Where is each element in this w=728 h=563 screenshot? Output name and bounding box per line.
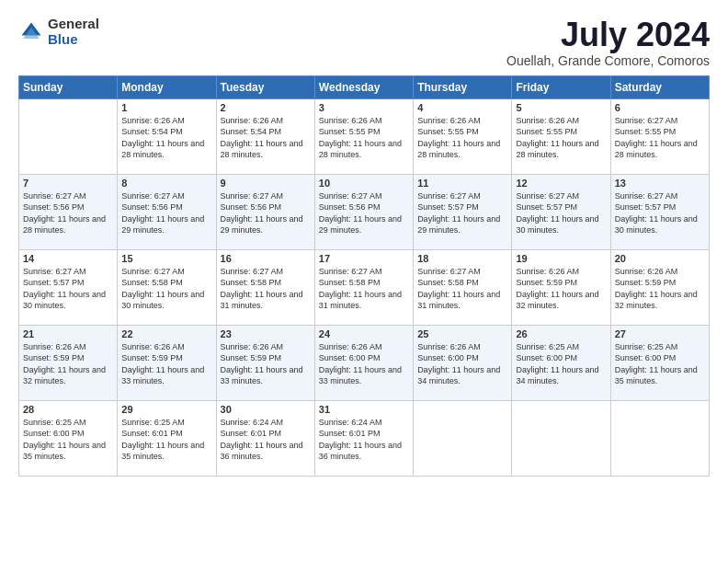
day-cell: 16Sunrise: 6:27 AMSunset: 5:58 PMDayligh… bbox=[216, 249, 314, 325]
day-info: Sunrise: 6:27 AMSunset: 5:56 PMDaylight:… bbox=[319, 190, 409, 236]
header-sunday: Sunday bbox=[19, 75, 118, 98]
day-cell: 7Sunrise: 6:27 AMSunset: 5:56 PMDaylight… bbox=[19, 174, 118, 249]
header-monday: Monday bbox=[118, 75, 216, 98]
day-info: Sunrise: 6:27 AMSunset: 5:56 PMDaylight:… bbox=[23, 190, 113, 236]
day-cell: 31Sunrise: 6:24 AMSunset: 6:01 PMDayligh… bbox=[314, 400, 413, 476]
day-cell: 14Sunrise: 6:27 AMSunset: 5:57 PMDayligh… bbox=[19, 249, 118, 325]
week-row-2: 7Sunrise: 6:27 AMSunset: 5:56 PMDaylight… bbox=[19, 174, 710, 249]
day-cell: 5Sunrise: 6:26 AMSunset: 5:55 PMDaylight… bbox=[512, 98, 610, 174]
day-cell: 3Sunrise: 6:26 AMSunset: 5:55 PMDaylight… bbox=[314, 98, 413, 174]
day-cell: 9Sunrise: 6:27 AMSunset: 5:56 PMDaylight… bbox=[216, 174, 314, 249]
day-number: 28 bbox=[23, 404, 113, 415]
day-info: Sunrise: 6:27 AMSunset: 5:58 PMDaylight:… bbox=[121, 266, 211, 312]
day-cell: 18Sunrise: 6:27 AMSunset: 5:58 PMDayligh… bbox=[414, 249, 512, 325]
day-number: 19 bbox=[516, 253, 606, 264]
day-number: 9 bbox=[221, 178, 311, 189]
day-cell: 1Sunrise: 6:26 AMSunset: 5:54 PMDaylight… bbox=[118, 98, 216, 174]
day-info: Sunrise: 6:26 AMSunset: 5:54 PMDaylight:… bbox=[221, 115, 311, 161]
day-cell: 23Sunrise: 6:26 AMSunset: 5:59 PMDayligh… bbox=[216, 325, 314, 400]
day-info: Sunrise: 6:27 AMSunset: 5:56 PMDaylight:… bbox=[121, 190, 211, 236]
day-number: 17 bbox=[319, 253, 409, 264]
day-cell: 17Sunrise: 6:27 AMSunset: 5:58 PMDayligh… bbox=[314, 249, 413, 325]
day-number: 13 bbox=[615, 178, 705, 189]
day-number: 26 bbox=[516, 328, 606, 339]
day-cell bbox=[610, 400, 709, 476]
day-number: 2 bbox=[221, 102, 311, 113]
day-number: 30 bbox=[221, 404, 311, 415]
day-cell: 4Sunrise: 6:26 AMSunset: 5:55 PMDaylight… bbox=[414, 98, 512, 174]
day-number: 14 bbox=[23, 253, 113, 264]
day-info: Sunrise: 6:26 AMSunset: 6:00 PMDaylight:… bbox=[319, 341, 409, 387]
day-number: 27 bbox=[615, 328, 705, 339]
day-info: Sunrise: 6:25 AMSunset: 6:00 PMDaylight:… bbox=[615, 341, 705, 387]
day-info: Sunrise: 6:27 AMSunset: 5:57 PMDaylight:… bbox=[417, 190, 507, 236]
header-thursday: Thursday bbox=[414, 75, 512, 98]
day-cell: 2Sunrise: 6:26 AMSunset: 5:54 PMDaylight… bbox=[216, 98, 314, 174]
day-number: 24 bbox=[319, 328, 409, 339]
day-info: Sunrise: 6:27 AMSunset: 5:55 PMDaylight:… bbox=[615, 115, 705, 161]
page: General Blue July 2024 Ouellah, Grande C… bbox=[0, 0, 728, 563]
logo-general-text: General bbox=[48, 17, 99, 32]
day-number: 4 bbox=[417, 102, 507, 113]
day-cell: 10Sunrise: 6:27 AMSunset: 5:56 PMDayligh… bbox=[314, 174, 413, 249]
week-row-3: 14Sunrise: 6:27 AMSunset: 5:57 PMDayligh… bbox=[19, 249, 710, 325]
calendar-header: Sunday Monday Tuesday Wednesday Thursday… bbox=[19, 75, 710, 98]
day-number: 20 bbox=[615, 253, 705, 264]
header-tuesday: Tuesday bbox=[216, 75, 314, 98]
day-number: 12 bbox=[516, 178, 606, 189]
day-number: 15 bbox=[121, 253, 211, 264]
day-cell: 24Sunrise: 6:26 AMSunset: 6:00 PMDayligh… bbox=[314, 325, 413, 400]
day-info: Sunrise: 6:26 AMSunset: 5:59 PMDaylight:… bbox=[516, 266, 606, 312]
day-cell bbox=[19, 98, 118, 174]
day-cell bbox=[512, 400, 610, 476]
day-info: Sunrise: 6:26 AMSunset: 5:59 PMDaylight:… bbox=[23, 341, 113, 387]
week-row-5: 28Sunrise: 6:25 AMSunset: 6:00 PMDayligh… bbox=[19, 400, 710, 476]
day-info: Sunrise: 6:27 AMSunset: 5:58 PMDaylight:… bbox=[221, 266, 311, 312]
day-info: Sunrise: 6:26 AMSunset: 5:55 PMDaylight:… bbox=[417, 115, 507, 161]
day-cell: 13Sunrise: 6:27 AMSunset: 5:57 PMDayligh… bbox=[610, 174, 709, 249]
day-cell: 28Sunrise: 6:25 AMSunset: 6:00 PMDayligh… bbox=[19, 400, 118, 476]
day-info: Sunrise: 6:27 AMSunset: 5:58 PMDaylight:… bbox=[319, 266, 409, 312]
day-info: Sunrise: 6:26 AMSunset: 5:59 PMDaylight:… bbox=[615, 266, 705, 312]
day-number: 31 bbox=[319, 404, 409, 415]
day-cell: 11Sunrise: 6:27 AMSunset: 5:57 PMDayligh… bbox=[414, 174, 512, 249]
header-saturday: Saturday bbox=[610, 75, 709, 98]
day-number: 21 bbox=[23, 328, 113, 339]
day-info: Sunrise: 6:25 AMSunset: 6:01 PMDaylight:… bbox=[121, 417, 211, 463]
day-number: 7 bbox=[23, 178, 113, 189]
day-number: 22 bbox=[121, 328, 211, 339]
day-cell: 30Sunrise: 6:24 AMSunset: 6:01 PMDayligh… bbox=[216, 400, 314, 476]
day-info: Sunrise: 6:25 AMSunset: 6:00 PMDaylight:… bbox=[23, 417, 113, 463]
day-cell: 22Sunrise: 6:26 AMSunset: 5:59 PMDayligh… bbox=[118, 325, 216, 400]
logo: General Blue bbox=[18, 17, 99, 47]
header: General Blue July 2024 Ouellah, Grande C… bbox=[18, 17, 710, 68]
day-cell: 8Sunrise: 6:27 AMSunset: 5:56 PMDaylight… bbox=[118, 174, 216, 249]
day-number: 29 bbox=[121, 404, 211, 415]
header-wednesday: Wednesday bbox=[314, 75, 413, 98]
day-info: Sunrise: 6:24 AMSunset: 6:01 PMDaylight:… bbox=[319, 417, 409, 463]
day-number: 11 bbox=[417, 178, 507, 189]
day-number: 18 bbox=[417, 253, 507, 264]
day-info: Sunrise: 6:24 AMSunset: 6:01 PMDaylight:… bbox=[221, 417, 311, 463]
day-number: 3 bbox=[319, 102, 409, 113]
day-cell: 19Sunrise: 6:26 AMSunset: 5:59 PMDayligh… bbox=[512, 249, 610, 325]
day-cell: 20Sunrise: 6:26 AMSunset: 5:59 PMDayligh… bbox=[610, 249, 709, 325]
day-info: Sunrise: 6:27 AMSunset: 5:57 PMDaylight:… bbox=[615, 190, 705, 236]
day-info: Sunrise: 6:26 AMSunset: 5:59 PMDaylight:… bbox=[121, 341, 211, 387]
calendar-body: 1Sunrise: 6:26 AMSunset: 5:54 PMDaylight… bbox=[19, 98, 710, 476]
logo-icon bbox=[18, 19, 44, 45]
day-info: Sunrise: 6:26 AMSunset: 5:54 PMDaylight:… bbox=[121, 115, 211, 161]
day-number: 5 bbox=[516, 102, 606, 113]
title-block: July 2024 Ouellah, Grande Comore, Comoro… bbox=[506, 17, 710, 68]
day-cell: 29Sunrise: 6:25 AMSunset: 6:01 PMDayligh… bbox=[118, 400, 216, 476]
day-info: Sunrise: 6:26 AMSunset: 5:55 PMDaylight:… bbox=[516, 115, 606, 161]
day-number: 16 bbox=[221, 253, 311, 264]
day-cell: 15Sunrise: 6:27 AMSunset: 5:58 PMDayligh… bbox=[118, 249, 216, 325]
header-friday: Friday bbox=[512, 75, 610, 98]
day-info: Sunrise: 6:26 AMSunset: 5:55 PMDaylight:… bbox=[319, 115, 409, 161]
day-info: Sunrise: 6:27 AMSunset: 5:57 PMDaylight:… bbox=[23, 266, 113, 312]
logo-blue-text: Blue bbox=[48, 32, 99, 48]
calendar-table: Sunday Monday Tuesday Wednesday Thursday… bbox=[18, 75, 710, 477]
day-info: Sunrise: 6:27 AMSunset: 5:57 PMDaylight:… bbox=[516, 190, 606, 236]
day-cell: 21Sunrise: 6:26 AMSunset: 5:59 PMDayligh… bbox=[19, 325, 118, 400]
